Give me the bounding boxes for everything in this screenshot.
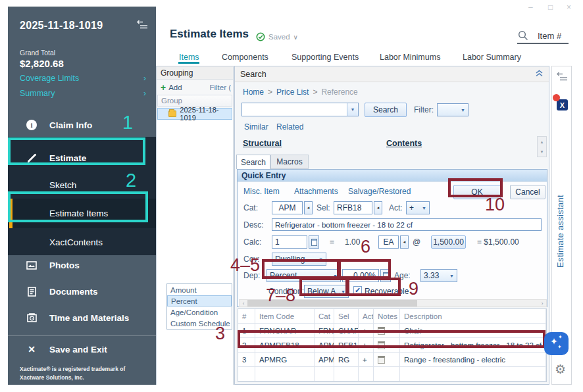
quick-entry-hscrollbar[interactable]: ‹ › [239, 299, 547, 307]
note-icon[interactable] [378, 356, 385, 364]
sidebar-item-sketch[interactable]: Sketch [8, 172, 156, 197]
collapse-panel-icon[interactable] [535, 70, 544, 79]
breadcrumb-price-list[interactable]: Price List [276, 87, 309, 97]
cell-num: 1 [238, 324, 255, 338]
table-row[interactable]: 3 APMRG APM RG + Range - freestanding - … [238, 353, 546, 367]
save-status[interactable]: Saved ∨ [256, 32, 298, 41]
scroll-up-icon[interactable]: ▲ [538, 137, 546, 147]
contents-link[interactable]: Contents [386, 139, 422, 148]
unit-field[interactable]: EA [378, 235, 399, 249]
dep-option-custom-schedule[interactable]: Custom Schedule [167, 318, 232, 329]
search-term-combobox[interactable]: ▼ [241, 103, 359, 116]
table-row-empty[interactable] [238, 367, 546, 381]
description-field[interactable]: Refrigerator - bottom freezer - 18 to 22… [272, 218, 542, 231]
calculator-icon[interactable] [380, 269, 391, 282]
tab-search[interactable]: Search [236, 155, 270, 169]
col-description[interactable]: Description [400, 309, 546, 324]
group-column-header[interactable]: Group [157, 95, 232, 107]
sidebar-item-claim-info[interactable]: i Claim Info [8, 113, 156, 137]
sidebar-item-coverage-limits[interactable]: Coverage Limits › [20, 74, 146, 83]
scroll-down-icon[interactable]: ▼ [538, 147, 546, 157]
cat-field[interactable]: APM [272, 201, 303, 214]
misc-item-link[interactable]: Misc. Item [243, 187, 280, 196]
table-row[interactable]: 1 FRNCHAR FRN CHAR + Chair [238, 324, 546, 338]
dep-option-age-condition[interactable]: Age/Condition [167, 306, 232, 318]
scroll-right-icon[interactable]: › [538, 301, 546, 306]
cat-spinner[interactable]: ◂ [304, 201, 313, 214]
sidebar-collapse-icon[interactable] [136, 20, 148, 32]
sel-spinner[interactable]: ◂ [374, 201, 382, 214]
related-link[interactable]: Related [276, 122, 303, 132]
tab-components[interactable]: Components [222, 53, 268, 62]
trademark-footer: Xactimate® is a registered trademark of … [20, 365, 125, 382]
col-notes[interactable]: Notes [374, 309, 400, 324]
depreciation-type-dropdown[interactable]: Percent ▼ [266, 269, 341, 282]
dep-option-amount[interactable]: Amount [167, 284, 232, 295]
attachments-link[interactable]: Attachments [294, 187, 338, 196]
scroll-left-icon[interactable]: ‹ [240, 301, 247, 306]
sel-field[interactable]: RFB18 [334, 201, 372, 214]
act-dropdown[interactable]: + ▼ [406, 201, 430, 214]
col-item-code[interactable]: Item Code [255, 309, 315, 324]
structural-link[interactable]: Structural [243, 139, 282, 148]
breadcrumb-reference: Reference [321, 87, 357, 97]
cancel-button[interactable]: Cancel [510, 185, 545, 199]
unit-price-button[interactable]: 1,500.00 [431, 235, 466, 249]
filter-dropdown[interactable]: ▼ [437, 103, 469, 116]
dep-option-percent[interactable]: Percent [167, 295, 232, 306]
cell-sel: CHAR [334, 324, 359, 338]
condition-dropdown[interactable]: Below A... ▼ [304, 285, 349, 298]
sidebar-item-time-and-materials[interactable]: Time and Materials [8, 305, 156, 331]
search-button[interactable]: Search [365, 103, 407, 117]
dep-label: Dep: [243, 271, 260, 280]
xactanalysis-icon[interactable]: X [557, 99, 568, 110]
grouping-panel: Grouping + Add Filter ( Group 2025-11-18… [156, 66, 234, 385]
sidebar-item-estimate[interactable]: Estimate [8, 145, 156, 171]
col-num[interactable]: # [238, 309, 255, 324]
dropdown-arrow-icon[interactable]: ▼ [347, 103, 358, 116]
scrollbar-thumb[interactable] [247, 300, 417, 306]
search-underline [517, 43, 569, 44]
tab-supporting-events[interactable]: Supporting Events [292, 53, 359, 62]
calc-field[interactable]: 1 [272, 235, 307, 249]
col-cat[interactable]: Cat [315, 309, 334, 324]
tab-macros[interactable]: Macros [270, 155, 309, 169]
sidebar-item-documents[interactable]: Documents [8, 278, 156, 305]
minimize-icon[interactable]: – [528, 3, 533, 12]
maximize-icon[interactable]: □ [548, 3, 553, 12]
age-dropdown[interactable]: 3.33 ▼ [420, 269, 457, 282]
note-icon[interactable] [378, 341, 385, 349]
unit-spinner[interactable]: ◂ [400, 235, 409, 249]
table-row[interactable]: 2 APMRFB18 APM RFB18 + Refrigerator - bo… [238, 338, 546, 353]
tab-labor-summary[interactable]: Labor Summary [463, 53, 521, 62]
salvage-restored-link[interactable]: Salvage/Restored [348, 187, 411, 196]
sidebar-item-save-and-exit[interactable]: ✕ Save and Exit [8, 337, 156, 361]
tab-labor-minimums[interactable]: Labor Minimums [380, 53, 440, 62]
col-act[interactable]: Act [359, 309, 374, 324]
depreciation-percent-field[interactable]: 0.00% [342, 269, 379, 282]
col-sel[interactable]: Sel [334, 309, 359, 324]
group-tree-item[interactable]: 2025-11-18-1019 [157, 108, 232, 120]
ai-assistant-button[interactable]: ✦ ✦ ✦ [544, 332, 569, 355]
results-scrollbar[interactable]: ▲ ▼ [537, 136, 547, 157]
estimate-assistant-label[interactable]: Estimate assistant [555, 195, 565, 268]
sidebar-item-estimate-items[interactable]: Estimate Items [8, 199, 156, 228]
sidebar-item-xactcontents[interactable]: XactContents [8, 230, 156, 255]
coverage-dropdown[interactable]: Dwelling ▼ [272, 253, 326, 266]
add-group-button[interactable]: + Add [161, 82, 182, 93]
estimate-label: Estimate [49, 153, 86, 163]
similar-link[interactable]: Similar [244, 122, 268, 132]
item-number-search-input[interactable]: Item # [538, 31, 561, 41]
close-icon[interactable]: × [567, 3, 571, 12]
ok-button[interactable]: OK [453, 185, 501, 199]
breadcrumb-home[interactable]: Home [243, 87, 264, 97]
sidebar-item-summary[interactable]: Summary › [20, 89, 146, 98]
recoverable-checkbox[interactable]: ✓ [353, 286, 362, 295]
gear-icon[interactable]: ⚙ [555, 362, 566, 377]
filter-button[interactable]: Filter ( [209, 84, 231, 91]
tab-items[interactable]: Items [179, 53, 199, 62]
note-icon[interactable] [378, 327, 385, 335]
calculator-icon[interactable] [309, 235, 319, 249]
rail-collapse-icon[interactable] [556, 72, 568, 84]
sidebar-item-photos[interactable]: Photos [8, 252, 156, 278]
